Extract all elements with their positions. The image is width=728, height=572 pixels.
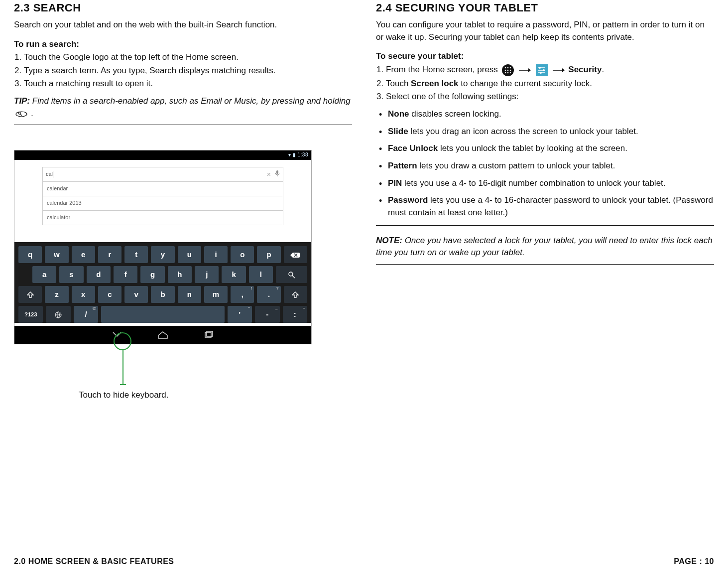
step-text: Touch a matching result to open it. [24,78,352,90]
step2-post: to change the current security lock. [459,79,592,88]
svg-point-22 [507,72,508,74]
svg-point-1 [18,112,20,114]
text-cursor [53,171,53,178]
key-colon[interactable]: +: [283,306,307,323]
shift-key-left[interactable] [18,286,42,303]
key-slash[interactable]: @/ [74,306,98,323]
recent-apps-icon[interactable] [199,329,218,341]
key-y[interactable]: y [151,246,174,263]
callout: Touch to hide keyboard. [14,344,352,404]
key-j[interactable]: j [195,266,219,283]
key-h[interactable]: h [168,266,192,283]
suggestion-item[interactable]: calendar [42,182,283,196]
svg-point-29 [539,67,541,69]
secure-steps: From the Home screen, press [376,64,714,103]
key-n[interactable]: n [178,286,201,303]
svg-point-15 [504,67,506,69]
clear-icon[interactable]: × [267,169,271,179]
svg-line-2 [20,114,22,116]
key-s[interactable]: s [59,266,83,283]
shift-key-right[interactable] [284,286,307,303]
key-apostrophe[interactable]: "' [228,306,252,323]
backspace-key[interactable] [284,246,307,263]
section-2-4: 2.4 SECURING YOUR TABLET You can configu… [376,0,714,404]
svg-rect-3 [276,170,278,174]
key-f[interactable]: f [114,266,137,283]
key-t[interactable]: t [124,246,148,263]
key-m[interactable]: m [204,286,228,303]
key-e[interactable]: e [72,246,95,263]
apps-icon [501,64,514,77]
nav-bar [14,326,311,344]
suggestion-item[interactable]: calendar 2013 [42,196,283,211]
step-text: Type a search term. As you type, Search … [24,65,352,77]
svg-point-16 [507,67,508,69]
svg-point-23 [509,72,511,74]
symbols-key[interactable]: ?123 [18,306,43,323]
step2-pre: Touch [386,79,411,88]
key-g[interactable]: g [140,266,164,283]
lock-option: Pattern lets you draw a custom pattern t… [388,160,714,172]
svg-point-20 [509,70,511,71]
key-period[interactable]: ?. [257,286,280,303]
key-o[interactable]: o [231,246,254,263]
globe-key[interactable] [46,306,70,323]
key-z[interactable]: z [45,286,68,303]
secure-step-1: From the Home screen, press [386,64,714,77]
callout-tick [120,384,126,385]
divider [376,264,714,265]
key-i[interactable]: i [204,246,228,263]
search-key-icon [15,110,28,117]
run-search-head: To run a search: [14,38,352,51]
key-x[interactable]: x [72,286,95,303]
spacebar-key[interactable] [101,306,224,323]
key-p[interactable]: p [257,246,280,263]
svg-point-30 [543,69,545,71]
key-k[interactable]: k [222,266,245,283]
heading-2-3: 2.3 SEARCH [14,0,352,16]
key-dash[interactable]: _- [255,306,279,323]
secure-step-2: Touch Screen lock to change the current … [386,78,714,90]
search-key[interactable] [276,266,307,283]
key-d[interactable]: d [87,266,111,283]
key-l[interactable]: l [249,266,273,283]
key-c[interactable]: c [98,286,121,303]
tablet-screenshot: ▾ ▮ 1:38 cal × calendar calendar 2013 ca… [14,150,312,344]
kbd-row-2: a s d f g h j k l [18,266,307,283]
step1-pre: From the Home screen, press [386,65,500,74]
svg-point-31 [540,72,542,74]
step-text: Touch the Google logo at the top left of… [24,51,352,64]
svg-line-8 [292,276,295,278]
key-q[interactable]: q [18,246,42,263]
home-icon[interactable] [153,329,172,341]
key-a[interactable]: a [32,266,56,283]
divider [14,125,352,125]
callout-line [122,350,123,385]
suggestion-item[interactable]: calculator [42,211,283,225]
note-body: Once you have selected a lock for your t… [376,236,713,258]
search-input-row[interactable]: cal × [42,167,283,182]
key-b[interactable]: b [151,286,174,303]
search-value: cal [46,171,53,177]
divider [376,225,714,226]
key-comma[interactable]: !, [231,286,254,303]
step1-security: Security [568,65,602,74]
mic-icon[interactable] [275,169,280,179]
keyboard: q w e r t y u i o p [14,242,311,323]
secure-step-3: Select one of the following settings: [386,91,714,103]
key-v[interactable]: v [124,286,148,303]
step2-bold: Screen lock [411,79,458,88]
page-footer: 2.0 HOME SCREEN & BASIC FEATURES PAGE : … [14,556,714,567]
svg-point-19 [507,70,508,71]
lock-options: None disables screen locking. Slide lets… [376,108,714,219]
arrow-right-icon [552,67,565,73]
battery-icon: ▮ [293,152,296,157]
key-u[interactable]: u [178,246,201,263]
intro-2-3: Search on your tablet and on the web wit… [14,19,352,31]
callout-circle [114,332,131,350]
key-w[interactable]: w [45,246,68,263]
arrow-right-icon [518,67,531,73]
key-r[interactable]: r [98,246,121,263]
kbd-row-3: z x c v b n m !, ?. [18,286,307,303]
section-2-3: 2.3 SEARCH Search on your tablet and on … [14,0,352,404]
